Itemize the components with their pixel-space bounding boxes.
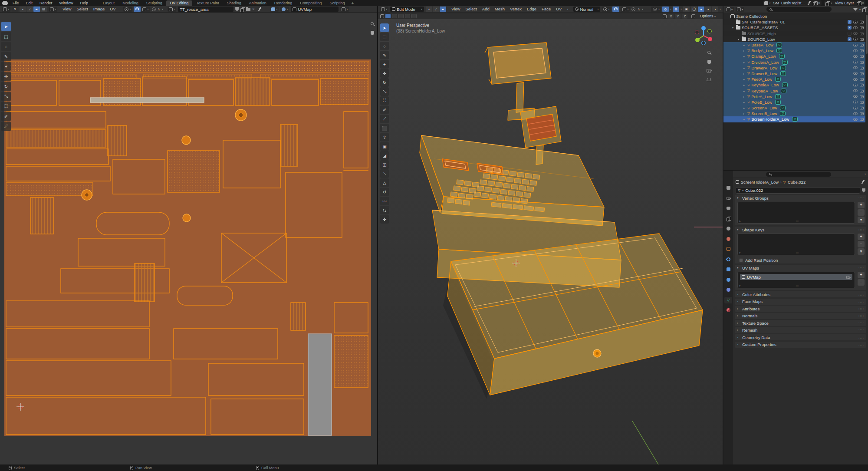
hide-eye-icon[interactable] bbox=[853, 21, 858, 23]
hide-eye-icon[interactable] bbox=[853, 106, 858, 109]
properties-tab-world[interactable] bbox=[724, 236, 732, 242]
view-layer-selector[interactable]: ▾ View Layer × bbox=[824, 0, 865, 6]
disable-render-camera-icon[interactable] bbox=[860, 21, 864, 23]
properties-panel-collapsed[interactable]: › Attributes :::: bbox=[735, 306, 866, 312]
disable-render-camera-icon[interactable] bbox=[860, 55, 864, 58]
loop-cut-tool-button[interactable]: ◫ bbox=[380, 160, 389, 169]
disable-render-camera-icon[interactable] bbox=[860, 112, 864, 115]
shape-key-specials-button[interactable]: ▾ bbox=[858, 248, 865, 255]
collection-checkbox[interactable]: ✓ bbox=[848, 26, 852, 30]
outliner-row[interactable]: ▸ ▽ BaseA_Low ▽ ✓ bbox=[723, 42, 865, 48]
active-render-camera-icon[interactable] bbox=[846, 276, 850, 278]
outliner-scrollbar[interactable] bbox=[866, 15, 868, 54]
properties-tab-particles[interactable] bbox=[724, 266, 732, 273]
disable-render-camera-icon[interactable] bbox=[860, 61, 864, 63]
transform-orientation-selector[interactable]: Normal ▾ bbox=[573, 7, 600, 12]
falloff-curve-icon[interactable]: ∧ bbox=[158, 7, 161, 11]
properties-tab-render[interactable] bbox=[724, 195, 732, 201]
uv-select-face-button[interactable]: ▰ bbox=[33, 7, 40, 12]
pan-hand-icon[interactable] bbox=[707, 60, 711, 64]
move-tool-button[interactable]: ✢ bbox=[380, 69, 389, 78]
viewport-menu-item[interactable]: Add bbox=[480, 6, 492, 12]
panel-grip[interactable]: :::: bbox=[858, 343, 864, 346]
viewport-3d[interactable]: ▾ Edit Mode ▾ • ∕ ▰ ViewSelectAddMeshVer… bbox=[378, 6, 723, 464]
pin-icon[interactable] bbox=[258, 7, 262, 11]
select-box-tool-button[interactable]: ⬚ bbox=[380, 33, 389, 41]
remove-uv-map-button[interactable]: − bbox=[858, 279, 865, 286]
workspace-tab[interactable]: Scripting bbox=[326, 0, 349, 6]
perspective-toggle-icon[interactable] bbox=[707, 78, 712, 81]
workspace-tab[interactable]: Animation bbox=[245, 0, 270, 6]
scale-tool-button[interactable]: ⤡ bbox=[380, 87, 389, 96]
hide-eye-icon[interactable] bbox=[853, 101, 858, 103]
disable-render-camera-icon[interactable] bbox=[860, 44, 864, 46]
uv-overlays-dropdown[interactable]: ▾ bbox=[280, 7, 289, 12]
uv-select-island-button[interactable]: ▧ bbox=[40, 7, 47, 12]
mode-selector[interactable]: Edit Mode ▾ bbox=[390, 7, 424, 12]
collection-checkbox[interactable]: ✓ bbox=[848, 37, 852, 41]
new-collection-icon[interactable] bbox=[862, 7, 866, 11]
workspace-tab[interactable]: Modeling bbox=[118, 0, 142, 6]
viewport-menu-item[interactable]: Select bbox=[463, 6, 479, 12]
main-menu-item[interactable]: Edit bbox=[23, 0, 36, 6]
tweak-tool-button[interactable]: ➤ bbox=[380, 23, 389, 32]
main-menu-item[interactable]: Help bbox=[77, 0, 92, 6]
properties-tab-modifiers[interactable] bbox=[724, 256, 732, 263]
new-image-icon[interactable] bbox=[240, 7, 244, 11]
outliner-row[interactable]: ▽ SOURCE_High ▽ ✓ bbox=[723, 31, 865, 36]
add-vertex-group-button[interactable]: + bbox=[858, 202, 865, 208]
collection-checkbox[interactable]: ✓ bbox=[848, 32, 852, 36]
editor-type-button[interactable]: ▾ bbox=[2, 7, 10, 12]
rotate-tool-button[interactable]: ↻ bbox=[1, 82, 11, 91]
hide-eye-icon[interactable] bbox=[853, 32, 858, 35]
unlink-image-icon[interactable]: × bbox=[252, 7, 254, 11]
outliner-search[interactable] bbox=[766, 7, 832, 12]
disable-render-camera-icon[interactable] bbox=[860, 96, 864, 98]
properties-tab-scene[interactable] bbox=[724, 225, 732, 232]
new-view-layer-icon[interactable] bbox=[857, 1, 861, 5]
select-circle-tool-button[interactable]: ◌ bbox=[1, 42, 11, 51]
viewport-menu-item[interactable]: View bbox=[449, 6, 463, 12]
panel-grip[interactable]: :::: bbox=[858, 314, 864, 318]
panel-grip[interactable]: :::: bbox=[858, 196, 864, 200]
outliner-row[interactable]: ▸ ▽ ClampA_Low ▽ ✓ bbox=[723, 53, 865, 59]
snap-toggle[interactable] bbox=[612, 7, 619, 12]
disable-render-camera-icon[interactable] bbox=[860, 84, 864, 86]
properties-tab-output[interactable] bbox=[724, 205, 732, 211]
uv-menu-item[interactable]: Select bbox=[74, 6, 90, 12]
main-menu-item[interactable]: File bbox=[10, 0, 22, 6]
properties-panel-collapsed[interactable]: › Color Attributes :::: bbox=[735, 291, 866, 297]
workspace-tab[interactable]: Layout bbox=[99, 0, 118, 6]
hide-eye-icon[interactable] bbox=[853, 55, 858, 58]
pin-icon[interactable] bbox=[807, 1, 812, 5]
properties-tab-view-layer[interactable] bbox=[724, 215, 732, 222]
properties-options-icon[interactable]: ▾ bbox=[865, 173, 866, 175]
mesh-name-field[interactable]: ▽ ▾ Cube.022 bbox=[736, 187, 860, 194]
properties-tab-object-data[interactable]: ▽ bbox=[724, 297, 732, 303]
object-visibility-dropdown[interactable]: ▾ bbox=[651, 7, 661, 12]
expand-arrow-icon[interactable]: ▾ bbox=[736, 38, 740, 41]
properties-tab-physics[interactable] bbox=[724, 277, 732, 283]
measure-tool-button[interactable]: ⟋ bbox=[380, 115, 389, 123]
expand-arrow-icon[interactable]: ▸ bbox=[742, 118, 746, 121]
remove-shape-key-button[interactable]: − bbox=[858, 241, 865, 247]
outliner-row[interactable]: ▸ ▽ PoleA_Low ▽ ✓ bbox=[723, 94, 865, 99]
hide-eye-icon[interactable] bbox=[853, 112, 858, 115]
vertex-groups-panel-header[interactable]: ▾ Vertex Groups :::: bbox=[735, 195, 866, 201]
show-gizmo-toggle[interactable]: ⯐ bbox=[662, 7, 669, 12]
poly-build-tool-button[interactable]: △ bbox=[380, 178, 389, 187]
expand-arrow-icon[interactable]: ▸ bbox=[742, 106, 746, 109]
outliner-row[interactable]: ▸ ▽ KeypadA_Low ▽ ✓ bbox=[723, 88, 865, 93]
properties-panel-collapsed[interactable]: › Custom Properties :::: bbox=[735, 342, 866, 348]
edge-slide-tool-button[interactable]: ⇆ bbox=[380, 206, 389, 214]
outliner-row[interactable]: ▾ ▽ SOURCE_ASSETS ▽ ✓ bbox=[723, 25, 865, 30]
uv-canvas[interactable]: ➤ ⬚ ◌ ✎ + ✢ ↻ ⤡ ⛶ ✐ ☄ bbox=[0, 13, 377, 464]
pan-hand-icon[interactable] bbox=[371, 31, 374, 35]
workspace-tab[interactable]: UV Editing bbox=[166, 0, 193, 6]
panel-grip[interactable]: :::: bbox=[858, 328, 864, 332]
remove-vertex-group-button[interactable]: − bbox=[858, 209, 865, 216]
outliner-row[interactable]: ▸ ▽ DrawerA_Low ▽ ✓ bbox=[723, 65, 865, 71]
disable-render-camera-icon[interactable] bbox=[860, 32, 864, 35]
properties-search[interactable] bbox=[766, 172, 831, 177]
solid-shading-button[interactable]: ● bbox=[698, 7, 704, 12]
